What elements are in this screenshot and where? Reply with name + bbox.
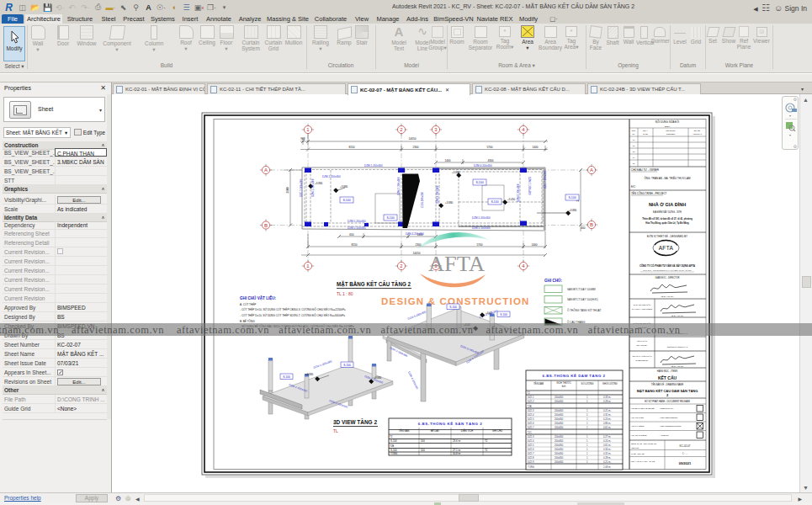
svg-text:DZM-4-200x300: DZM-4-200x300 [474,164,492,167]
svg-text:+3.450: +3.450 [507,198,516,201]
svg-text:AFTA: AFTA [428,252,485,276]
svg-text:14450: 14450 [413,252,421,255]
svg-text:+3.880: +3.880 [374,376,382,380]
svg-text:968: 968 [300,137,305,141]
svg-text:ITEM No: ITEM No [631,447,640,449]
svg-text:0.61 m³: 0.61 m³ [603,426,611,429]
svg-text:CHỦ TRÌ KẾT CẤU: CHỦ TRÌ KẾT CẤU [634,304,651,306]
svg-text:2.08 m³: 2.08 m³ [603,465,611,469]
svg-text:DZ2-4: DZ2-4 [528,413,534,417]
svg-text:0.28 m³: 0.28 m³ [603,456,611,460]
svg-text:TL 1 : 80: TL 1 : 80 [337,291,353,296]
svg-text:200x300: 200x300 [555,460,564,464]
svg-text:0.32 m³: 0.32 m³ [603,452,611,455]
svg-text:THAMMY ARCHITECT: THAMMY ARCHITECT [632,308,653,311]
svg-text:S-100: S-100 [386,216,394,220]
svg-text:3D VIEW TẦNG 2: 3D VIEW TẦNG 2 [333,417,377,425]
svg-text:0.28 m³: 0.28 m³ [603,400,611,403]
svg-text:NGÀY: NGÀY [643,130,649,131]
svg-text:Đ/C:: Đ/C: [631,185,636,189]
svg-text:TL: TL [333,428,338,433]
svg-text:bxh: bxh [562,385,566,388]
svg-text:0.21 m³: 0.21 m³ [603,460,611,464]
svg-text:CÔNG TY CỔ PHẦN TƯ VẤN VÀ XÂY: CÔNG TY CỔ PHẦN TƯ VẤN VÀ XÂY DỰNG AFTA [640,263,695,268]
svg-text:AFTA: AFTA [659,245,674,251]
svg-text:ĐƠN VỊ THIẾT KẾ - DESIGNED BY: ĐƠN VỊ THIẾT KẾ - DESIGNED BY [647,234,687,238]
svg-text:KỘ THUẬT: KỘ THUẬT [637,340,648,343]
svg-text:8150: 8150 [348,146,354,149]
svg-text:23.6 m²: 23.6 m² [453,439,461,443]
svg-text:DZ2-1: DZ2-1 [528,396,534,399]
svg-text:HS XIN PHÉP: HS XIN PHÉP [631,417,645,419]
svg-text:- CỐT THÉP D≥10, SỬ DỤNG CỐT T: - CỐT THÉP D≥10, SỬ DỤNG CỐT THÉP SD390-… [240,313,345,317]
svg-text:CHECKED BY: CHECKED BY [635,359,649,362]
svg-text:DIỆN TÍCH: DIỆN TÍCH [461,428,473,433]
svg-text:GHI CHÚ:: GHI CHÚ: [544,278,562,283]
svg-text:+4.02: +4.02 [486,311,492,315]
svg-text:KẾT CẤU: KẾT CẤU [658,375,677,380]
svg-text:DZM-1-200x300: DZM-1-200x300 [364,164,383,167]
svg-text:DZ2-5: DZ2-5 [528,417,534,421]
svg-text:T2B: T2B [390,444,394,448]
svg-text:1 : ...: 1 : ... [682,452,687,455]
svg-text:CON-200x200: CON-200x200 [421,191,424,208]
svg-text:KC-02-07: KC-02-07 [680,444,691,448]
svg-text:DZ2-2: DZ2-2 [528,400,534,403]
svg-text:S-100: S-100 [475,181,483,184]
svg-text:DZ2-5: DZ2-5 [528,444,534,447]
svg-text:S-100: S-100 [449,306,457,309]
svg-text:650: 650 [349,233,354,237]
svg-text:A. CỐT THÉP: A. CỐT THÉP [240,302,256,306]
svg-text:A: A [590,167,593,173]
svg-text:S-100: S-100 [568,196,576,199]
svg-text:T2B: T2B [528,405,532,408]
svg-text:T2: T2 [485,449,488,452]
svg-text:+3.880: +3.880 [340,185,348,189]
svg-text:0.61 m³: 0.61 m³ [603,444,611,447]
svg-text:B: B [264,223,268,228]
svg-text:+3.880: +3.880 [305,373,314,376]
svg-text:S-100: S-100 [343,364,351,367]
svg-text:MẶT BẰNG KẾT CẤU TẦNG 2: MẶT BẰNG KẾT CẤU TẦNG 2 [337,279,411,287]
svg-text:TÊN SÀN: TÊN SÀN [399,428,410,433]
svg-text:DZ2-7: DZ2-7 [528,452,534,455]
svg-text:0.24 m³: 0.24 m³ [603,417,611,421]
svg-text:200x300: 200x300 [555,452,564,455]
svg-text:DRAWN BY: DRAWN BY [637,344,648,347]
svg-text:DATE: DATE [643,133,648,135]
svg-text:200x300: 200x300 [555,400,564,403]
svg-text:0.27 m³: 0.27 m³ [603,435,611,439]
svg-text:S-100: S-100 [500,313,507,316]
svg-text:DZC-7-200x300: DZC-7-200x300 [544,170,547,189]
svg-text:SÀN BTCT DÀY 100(H.Kĩ): SÀN BTCT DÀY 100(H.Kĩ) [567,298,598,301]
svg-text:S-100: S-100 [491,200,498,204]
svg-text:0.34 m³: 0.34 m³ [603,448,611,451]
svg-text:50.8 m²: 50.8 m² [453,452,461,455]
svg-text:100: 100 [421,439,425,443]
svg-text:Ô THÔNG TẦNG KỞ THUẬT: Ô THÔNG TẦNG KỞ THUẬT [567,308,602,312]
svg-text:DZM-5-100x300: DZM-5-100x300 [348,226,366,230]
svg-text:8150: 8150 [351,243,357,247]
svg-text:- FOR PERMISSION: - FOR PERMISSION [659,417,677,419]
svg-text:DZM-4-200x300: DZM-4-200x300 [406,232,424,236]
svg-text:DZM-6-200x300: DZM-6-200x300 [517,183,520,202]
svg-text:400: 400 [581,226,586,230]
svg-text:DZM-7-200x300: DZM-7-200x300 [528,177,531,195]
svg-text:TÊN CÔNG TRÌNH - PROJECT: TÊN CÔNG TRÌNH - PROJECT [631,191,667,195]
svg-text:Hòa Thọ Đông, quận Cẩm Lệ, Tp: Hòa Thọ Đông, quận Cẩm Lệ, Tp Đà Nẫng [645,221,689,225]
svg-text:- FOR CONSTRUCTION: - FOR CONSTRUCTION [659,425,682,428]
svg-text:DZ2-6: DZ2-6 [528,448,534,451]
svg-text:DZ2-3: DZ2-3 [528,435,534,439]
svg-text:HẠNG MỤC - ITEMS: HẠNG MỤC - ITEMS [657,369,678,373]
svg-text:NGÀY BAN HÀNH - DATE: NGÀY BAN HÀNH - DATE [631,460,655,463]
svg-text:QUẢN LÝ KỘ THUẬT: QUẢN LÝ KỘ THUẬT [632,355,652,358]
svg-text:DZM-2-200x300: DZM-2-200x300 [397,177,401,195]
svg-text:1400: 1400 [444,159,450,162]
svg-text:200x300: 200x300 [555,448,564,451]
svg-text:1400: 1400 [532,146,538,149]
svg-text:- CỐT THÉP D<10, SỬ DỤNG CỐT T: - CỐT THÉP D<10, SỬ DỤNG CỐT THÉP CB300-… [240,307,346,311]
svg-text:DZ2-8: DZ2-8 [528,456,534,460]
svg-text:T2: T2 [528,391,531,395]
svg-text:5700: 5700 [486,146,492,149]
svg-text:DZ2-9: DZ2-9 [528,460,534,464]
